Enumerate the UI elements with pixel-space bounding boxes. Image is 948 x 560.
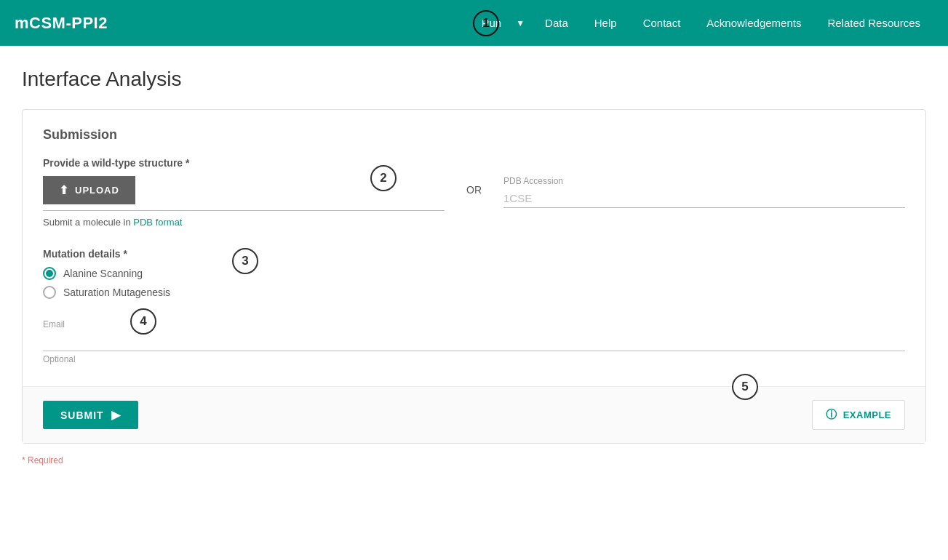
upload-field-label: Provide a wild-type structure * bbox=[43, 157, 905, 169]
email-section: 4 Email Optional bbox=[43, 319, 905, 364]
app-logo: mCSM-PPI2 bbox=[15, 14, 108, 33]
radio-alanine-scanning[interactable]: Alanine Scanning bbox=[43, 267, 905, 280]
required-note: * Required bbox=[22, 455, 926, 465]
mutation-radio-group: Alanine Scanning Saturation Mutagenesis bbox=[43, 267, 905, 299]
upload-button[interactable]: ⬆ UPLOAD bbox=[43, 176, 135, 204]
radio-saturation-mutagenesis[interactable]: Saturation Mutagenesis bbox=[43, 286, 905, 299]
nav-help[interactable]: Help bbox=[581, 0, 630, 46]
card-footer: 5 SUBMIT ▶ ⓘ EXAMPLE bbox=[23, 386, 925, 443]
pdb-label: PDB Accession bbox=[503, 176, 905, 186]
submit-button[interactable]: SUBMIT ▶ bbox=[43, 401, 138, 429]
email-label: Email bbox=[43, 319, 905, 329]
submit-format-text: Submit a molecule in bbox=[43, 217, 131, 228]
upload-section: 2 ⬆ UPLOAD OR PDB Accession bbox=[43, 176, 905, 211]
radio-alanine-circle bbox=[43, 267, 56, 280]
submission-card: Submission Provide a wild-type structure… bbox=[22, 109, 926, 444]
page-title: Interface Analysis bbox=[22, 68, 926, 91]
example-button[interactable]: ⓘ EXAMPLE bbox=[812, 400, 905, 430]
submit-arrow-icon: ▶ bbox=[111, 408, 121, 422]
page-content: Interface Analysis Submission Provide a … bbox=[0, 46, 948, 480]
radio-saturation-circle bbox=[43, 286, 56, 299]
upload-area: ⬆ UPLOAD bbox=[43, 176, 445, 211]
info-icon: ⓘ bbox=[826, 408, 837, 422]
nav-related-resources[interactable]: Related Resources bbox=[814, 0, 933, 46]
nav-contact[interactable]: Contact bbox=[630, 0, 694, 46]
run-dropdown-arrow[interactable]: ▼ bbox=[509, 0, 532, 46]
submit-format-hint: Submit a molecule in PDB format bbox=[43, 217, 905, 228]
main-nav: Run ▼ Data Help Contact Acknowledgements… bbox=[469, 0, 933, 46]
pdb-accession-input[interactable] bbox=[503, 189, 905, 208]
mutation-field-label: Mutation details * bbox=[43, 248, 905, 260]
section-title: Submission bbox=[43, 127, 905, 143]
email-input[interactable] bbox=[43, 332, 905, 351]
example-btn-label: EXAMPLE bbox=[843, 409, 891, 420]
run-nav-container: Run ▼ bbox=[469, 0, 532, 46]
radio-saturation-label: Saturation Mutagenesis bbox=[63, 287, 170, 298]
or-divider: OR bbox=[445, 184, 503, 196]
card-body: Submission Provide a wild-type structure… bbox=[23, 110, 925, 386]
nav-run[interactable]: Run bbox=[469, 0, 509, 46]
upload-btn-label: UPLOAD bbox=[75, 185, 119, 196]
nav-acknowledgements[interactable]: Acknowledgements bbox=[693, 0, 814, 46]
submit-btn-label: SUBMIT bbox=[60, 409, 104, 421]
pdb-section: PDB Accession bbox=[503, 176, 905, 208]
pdb-format-link[interactable]: PDB format bbox=[133, 217, 182, 228]
upload-icon: ⬆ bbox=[59, 183, 69, 197]
email-hint: Optional bbox=[43, 354, 905, 364]
radio-alanine-label: Alanine Scanning bbox=[63, 268, 143, 279]
nav-data[interactable]: Data bbox=[532, 0, 581, 46]
app-header: mCSM-PPI2 Run ▼ Data Help Contact Acknow… bbox=[0, 0, 948, 46]
mutation-section: 3 Mutation details * Alanine Scanning Sa… bbox=[43, 248, 905, 299]
upload-input-line bbox=[43, 210, 445, 211]
